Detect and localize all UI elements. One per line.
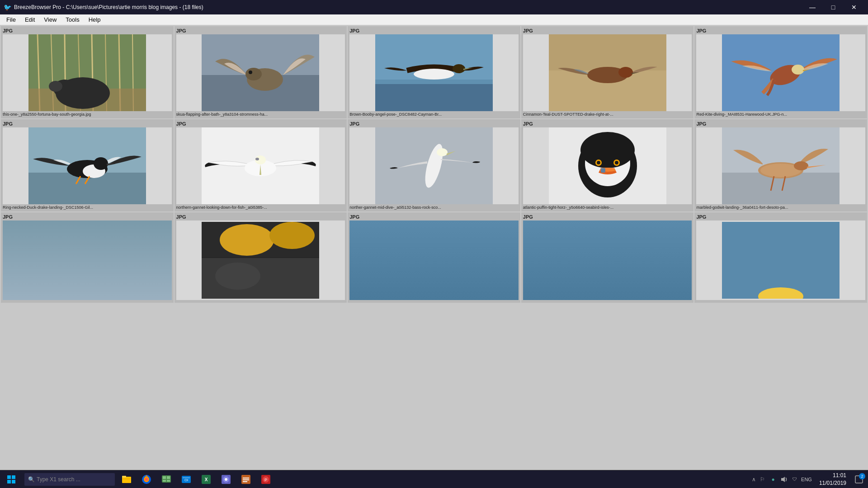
cell-image-11 [3,221,172,300]
cell-image-7 [176,127,345,204]
cell-type-3: JPG [349,28,519,33]
svg-point-22 [414,69,454,80]
notification-button[interactable]: 2 [850,470,868,488]
window-title: BreezeBrowser Pro - C:\Users\sue\Picture… [14,4,203,10]
grid-item-3[interactable]: JPG [348,26,520,118]
title-bar: 🐦 BreezeBrowser Pro - C:\Users\sue\Pictu… [0,0,868,14]
svg-rect-71 [12,475,15,479]
taskbar-excel[interactable]: X [196,470,216,488]
svg-point-45 [437,148,448,156]
search-bar[interactable]: 🔍 Type X1 search ... [24,473,115,486]
maximize-button[interactable]: □ [823,0,844,14]
svg-text:Ol: Ol [184,478,188,482]
start-button[interactable] [0,470,23,488]
image-grid: JPG [0,25,868,304]
tray-icon-1[interactable]: ⚐ [758,475,767,484]
grid-item-1[interactable]: JPG [1,26,174,118]
svg-point-49 [580,132,635,168]
grid-item-6[interactable]: JPG [1,119,174,211]
grid-item-10[interactable]: JPG [694,119,867,211]
svg-point-18 [249,70,252,74]
svg-point-53 [615,161,618,164]
svg-rect-25 [549,34,666,70]
svg-point-36 [94,157,108,170]
svg-rect-74 [122,477,131,483]
taskbar-program1[interactable] [216,470,236,488]
tray-icon-volume[interactable] [779,475,788,484]
taskbar-outlook[interactable]: Ol [176,470,196,488]
window-controls: — □ ✕ [802,0,864,14]
cell-type-15: JPG [696,214,865,220]
cell-type-14: JPG [523,214,692,220]
grid-item-14[interactable]: JPG [521,212,694,303]
cell-type-11: JPG [3,214,172,220]
menu-help[interactable]: Help [84,14,105,25]
cell-image-5 [696,34,865,111]
close-button[interactable]: ✕ [844,0,864,14]
svg-rect-81 [163,476,166,479]
cell-image-8 [349,127,519,204]
taskbar-program3[interactable]: P [256,470,276,488]
grid-item-13[interactable]: JPG [348,212,520,303]
minimize-button[interactable]: — [802,0,823,14]
system-tray: ∧ ⚐ ● 🛡 ENG [748,475,816,484]
svg-rect-72 [7,480,11,483]
grid-item-12[interactable]: JPG [175,212,347,303]
grid-item-7[interactable]: JPG [175,119,347,211]
svg-rect-68 [722,222,840,299]
tray-lang: ENG [801,477,812,482]
cell-image-13 [349,221,519,300]
cell-type-5: JPG [696,28,865,33]
cell-name-1: this-one-_y8a2550-fortuna-bay-south-geor… [3,112,172,117]
system-clock[interactable]: 11:01 11/01/2019 [816,472,850,487]
grid-item-5[interactable]: JPG [694,26,867,118]
grid-item-4[interactable]: JPG [521,26,694,118]
cell-type-10: JPG [696,121,865,127]
main-content: JPG [0,25,868,470]
svg-rect-21 [375,84,493,111]
taskbar-firefox[interactable] [137,470,156,488]
cell-name-10: marbled-godwit-landing-_36a0411-fort-des… [696,205,865,210]
taskbar-breeze-browser[interactable] [156,470,176,488]
cell-type-8: JPG [349,121,519,127]
svg-point-42 [255,158,259,160]
tray-icon-2[interactable]: ● [769,475,778,484]
grid-item-9[interactable]: JPG [521,119,694,211]
svg-point-51 [597,161,600,164]
taskbar-file-explorer[interactable] [117,470,137,488]
menu-edit[interactable]: Edit [20,14,39,25]
grid-item-11[interactable]: JPG [1,212,174,303]
menu-tools[interactable]: Tools [61,14,84,25]
tray-icon-security[interactable]: 🛡 [790,475,799,484]
clock-date: 11/01/2019 [819,479,846,487]
cell-type-1: JPG [3,28,172,33]
tray-overflow[interactable]: ∧ [752,476,756,483]
menu-view[interactable]: View [39,14,61,25]
svg-point-63 [220,224,274,256]
menu-file[interactable]: File [2,14,20,25]
grid-item-15[interactable]: JPG [694,212,867,303]
svg-rect-83 [163,480,166,482]
svg-rect-84 [167,480,170,482]
svg-rect-82 [167,476,170,479]
svg-point-92 [225,478,227,481]
cell-image-3 [349,34,519,111]
title-left: 🐦 BreezeBrowser Pro - C:\Users\sue\Pictu… [4,4,203,11]
svg-point-31 [792,65,804,75]
grid-item-8[interactable]: JPG [348,119,520,211]
cell-type-13: JPG [349,214,519,220]
svg-rect-95 [243,479,249,480]
image-grid-container[interactable]: JPG [0,25,868,470]
cell-type-2: JPG [176,28,345,33]
taskbar-program2[interactable] [236,470,256,488]
svg-point-67 [215,263,260,290]
cell-name-8: norther-gannet-mid-dive-_a0i5132-bass-ro… [349,205,519,210]
cell-image-4 [523,34,692,111]
svg-rect-76 [123,479,130,479]
svg-point-23 [453,64,465,73]
cell-image-12 [176,221,345,300]
cell-name-9: atlantic-puffin-tight-horz-_y5o6640-seab… [523,205,692,210]
grid-item-2[interactable]: JPG [175,26,347,118]
svg-rect-54 [601,168,605,173]
app-icon: 🐦 [4,4,11,11]
